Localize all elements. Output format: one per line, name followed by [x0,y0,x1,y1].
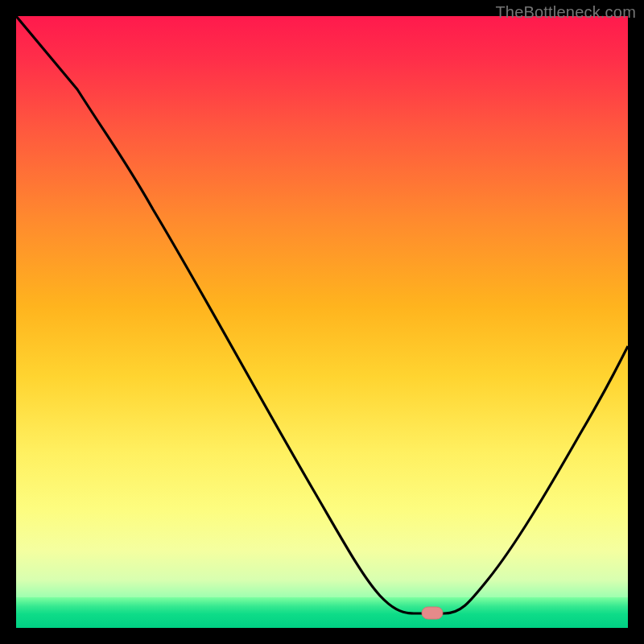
trough-marker [422,607,443,619]
watermark-text: TheBottleneck.com [495,3,636,22]
plot-area [16,16,628,628]
bottleneck-curve [16,16,628,613]
curve-layer [16,16,628,628]
chart-frame: TheBottleneck.com [0,0,644,644]
